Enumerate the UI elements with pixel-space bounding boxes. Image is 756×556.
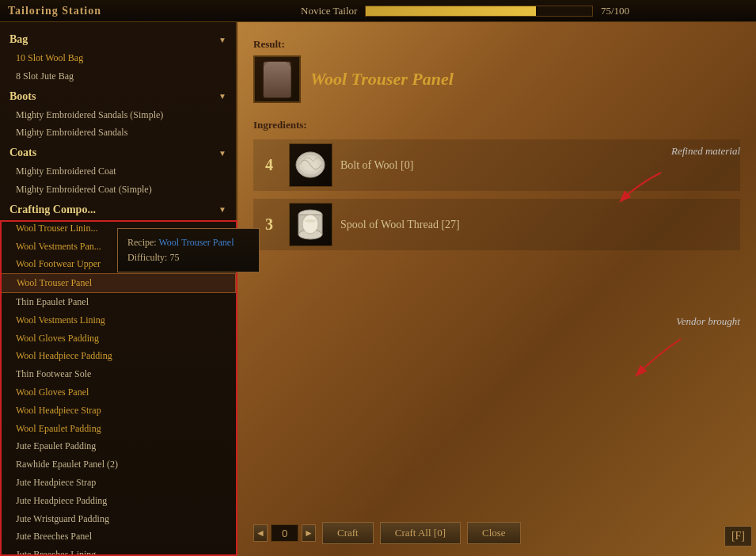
- category-boots-label: Boots: [9, 90, 36, 103]
- tooltip-difficulty-line: Difficulty: 75: [127, 250, 249, 265]
- tooltip-recipe-name: Wool Trouser Panel: [158, 237, 234, 248]
- craft-all-button[interactable]: Craft All [0]: [380, 522, 461, 544]
- list-item-selected[interactable]: Wool Trouser Panel: [0, 273, 236, 293]
- quantity-input[interactable]: [271, 524, 298, 542]
- annotation-vendor: Vendor brought: [676, 315, 740, 328]
- xp-bar: [365, 6, 592, 17]
- category-coats-label: Coats: [9, 147, 36, 159]
- svg-rect-1: [265, 64, 289, 96]
- tooltip-difficulty-label: Difficulty:: [127, 252, 169, 263]
- bottom-controls: ◄ ► Craft Craft All [0] Close: [253, 522, 748, 544]
- category-bag-arrow: ▼: [218, 36, 226, 44]
- f-key-hint: [F]: [724, 526, 752, 546]
- right-panel: Result: Wool Trouser Panel Ingredients: …: [237, 22, 756, 556]
- list-item[interactable]: Wool Epaulet Padding: [0, 420, 236, 438]
- list-item[interactable]: Thin Footwear Sole: [0, 365, 236, 383]
- quantity-control[interactable]: ◄ ►: [253, 524, 316, 542]
- annotation-refined-text: Refined material: [671, 145, 740, 157]
- svg-rect-0: [264, 62, 291, 97]
- list-item[interactable]: Wool Headpiece Padding: [0, 347, 236, 365]
- list-item[interactable]: Mighty Embroidered Sandals: [0, 124, 236, 142]
- result-item-icon: [253, 55, 301, 103]
- recipe-list[interactable]: Bag ▼ 10 Slot Wool Bag 8 Slot Jute Bag B…: [0, 22, 236, 556]
- quantity-decrease-button[interactable]: ◄: [253, 524, 268, 542]
- result-label: Result:: [253, 38, 740, 51]
- tooltip-difficulty-value: 75: [169, 252, 179, 263]
- list-item[interactable]: Jute Breeches Lining: [0, 546, 236, 556]
- list-item[interactable]: Mighty Embroidered Coat (Simple): [0, 181, 236, 199]
- arrow-refined-svg: [574, 169, 669, 216]
- ingredient-name-bolt: Bolt of Wool [0]: [340, 159, 736, 172]
- list-item[interactable]: Jute Breeches Panel: [0, 527, 236, 546]
- list-item[interactable]: Rawhide Epaulet Panel (2): [0, 455, 236, 474]
- left-panel: Bag ▼ 10 Slot Wool Bag 8 Slot Jute Bag B…: [0, 22, 237, 556]
- category-boots-arrow: ▼: [218, 92, 226, 101]
- list-item[interactable]: Jute Headpiece Padding: [0, 492, 236, 510]
- list-item[interactable]: Jute Epaulet Padding: [0, 437, 236, 455]
- list-item[interactable]: Mighty Embroidered Sandals (Simple): [0, 106, 236, 124]
- list-item[interactable]: Jute Headpiece Strap: [0, 474, 236, 492]
- xp-fill: [366, 6, 535, 16]
- list-item[interactable]: Wool Vestments Lining: [0, 311, 236, 329]
- annotation-refined: Refined material: [671, 145, 740, 158]
- list-item[interactable]: Mighty Embroidered Coat: [0, 162, 236, 181]
- category-boots[interactable]: Boots ▼: [0, 86, 236, 106]
- list-item[interactable]: Wool Gloves Padding: [0, 329, 236, 348]
- category-coats[interactable]: Coats ▼: [0, 142, 236, 162]
- category-crafting-label: Crafting Compo...: [9, 204, 96, 216]
- result-box: Wool Trouser Panel: [253, 55, 740, 103]
- spool-svg: [293, 207, 329, 242]
- spool-icon: [289, 203, 332, 246]
- category-bag-label: Bag: [9, 33, 28, 46]
- svg-point-13: [302, 215, 318, 234]
- tooltip-recipe-label: Recipe:: [127, 237, 158, 248]
- category-coats-arrow: ▼: [218, 149, 226, 158]
- list-item[interactable]: 8 Slot Jute Bag: [0, 67, 236, 86]
- list-item[interactable]: Thin Epaulet Panel: [0, 293, 236, 311]
- quantity-increase-button[interactable]: ►: [302, 524, 316, 542]
- category-bag[interactable]: Bag ▼: [0, 29, 236, 49]
- ingredient-name-spool: Spool of Wool Thread [27]: [340, 219, 736, 231]
- list-item[interactable]: 10 Slot Wool Bag: [0, 49, 236, 67]
- ingredient-count-bolt: 4: [257, 156, 281, 174]
- craft-button[interactable]: Craft: [322, 522, 374, 544]
- list-item[interactable]: Jute Wristguard Padding: [0, 510, 236, 528]
- result-name: Wool Trouser Panel: [310, 69, 454, 89]
- close-button[interactable]: Close: [467, 522, 521, 544]
- title-text: Tailoring Station: [8, 5, 101, 17]
- recipe-tooltip: Recipe: Wool Trouser Panel Difficulty: 7…: [117, 228, 260, 272]
- list-item[interactable]: Wool Gloves Panel: [0, 383, 236, 402]
- tooltip-recipe-line: Recipe: Wool Trouser Panel: [127, 235, 249, 250]
- annotation-vendor-text: Vendor brought: [676, 315, 740, 327]
- ingredient-count-spool: 3: [257, 215, 281, 234]
- category-crafting-components[interactable]: Crafting Compo... ▼: [0, 199, 236, 219]
- bolt-of-wool-icon: [289, 143, 332, 187]
- bolt-wool-svg: [293, 147, 329, 183]
- arrow-vendor-svg: [594, 331, 689, 387]
- xp-text: 75/100: [601, 5, 629, 17]
- list-item[interactable]: Wool Headpiece Strap: [0, 402, 236, 420]
- wool-panel-svg: [257, 58, 297, 101]
- category-crafting-arrow: ▼: [218, 205, 226, 214]
- xp-label: Novice Tailor: [301, 5, 357, 17]
- ingredients-label: Ingredients:: [253, 119, 740, 131]
- xp-bar-container: Novice Tailor 75/100: [301, 5, 629, 17]
